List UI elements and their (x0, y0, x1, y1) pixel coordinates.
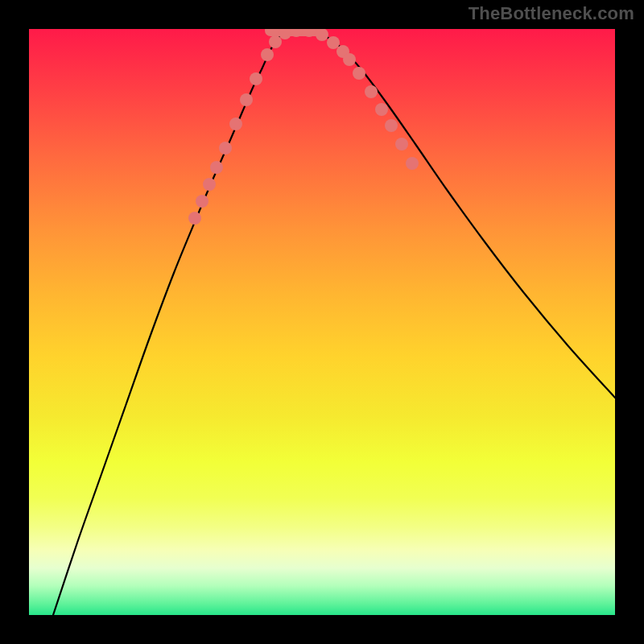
svg-point-11 (279, 29, 291, 39)
watermark-text: TheBottleneck.com (469, 3, 634, 24)
svg-point-5 (219, 142, 232, 155)
svg-point-1 (188, 212, 201, 225)
svg-point-23 (406, 157, 419, 170)
svg-point-8 (250, 72, 262, 85)
svg-point-9 (261, 48, 274, 61)
svg-point-19 (365, 85, 378, 98)
svg-point-15 (327, 36, 340, 49)
bottleneck-curve (53, 31, 615, 615)
svg-point-22 (395, 138, 408, 151)
svg-point-18 (353, 67, 365, 80)
plot-area (29, 29, 615, 615)
svg-point-2 (196, 195, 208, 208)
curve-layer (29, 29, 615, 615)
svg-point-14 (316, 29, 328, 41)
svg-point-20 (375, 103, 388, 116)
highlight-dots (188, 29, 419, 225)
svg-point-17 (343, 53, 356, 66)
svg-point-4 (210, 161, 223, 174)
svg-point-3 (203, 178, 216, 191)
chart-frame: TheBottleneck.com (0, 0, 644, 644)
svg-point-7 (240, 93, 253, 106)
svg-point-10 (269, 35, 282, 48)
svg-point-21 (385, 119, 398, 132)
svg-point-6 (229, 118, 242, 130)
